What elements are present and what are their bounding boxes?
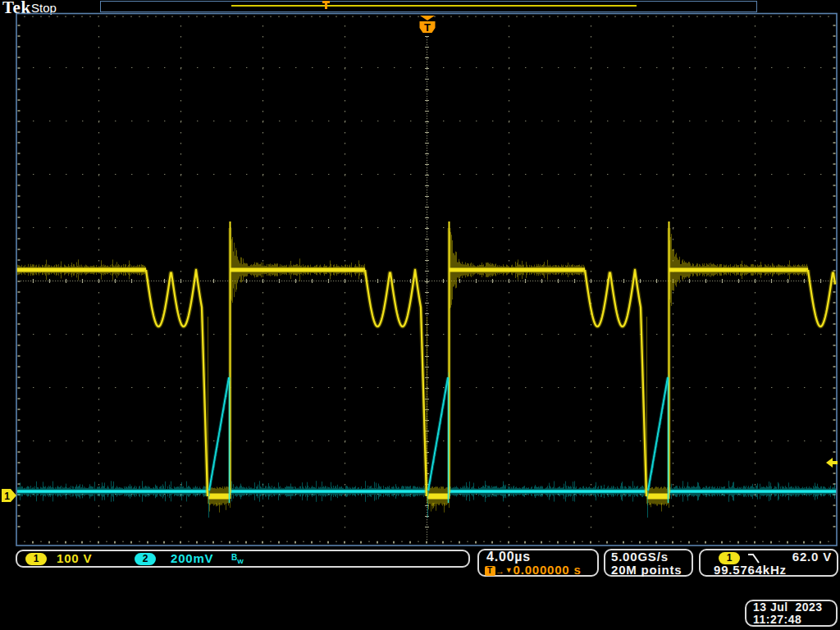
ch1-burst [146,270,208,496]
ch1-burst [365,270,427,496]
oscilloscope-screen: Tek Stop 1T 1 100 V 2 200mV BW 4.00µs T→… [0,0,840,630]
datetime-box: 13 Jul 2023 11:27:48 [745,600,838,627]
ch1-baseline [18,268,808,500]
trigger-frequency: 99.5764kHz [714,563,787,577]
timebase-readout-box: 4.00µs T→▼0.000000 s [477,549,599,577]
trigger-t-icon: T [485,566,495,576]
trigger-readout-box: 1 62.0 V 99.5764kHz [699,549,838,577]
date-readout: 13 Jul 2023 [753,600,823,614]
acquisition-readout-box: 5.00GS/s 20M points [604,549,693,577]
ch1-burst [585,270,646,496]
time-readout: 11:27:48 [753,613,801,626]
trigger-position-arrow [420,16,435,21]
channel-readout-box: 1 100 V 2 200mV BW [16,550,470,568]
ch1-flyback-spikes [231,221,669,499]
sample-rate: 5.00GS/s [611,550,669,564]
channel1-badge: 1 [25,553,47,565]
record-length: 20M points [611,563,682,577]
trigger-position-readout: T→▼0.000000 s [485,563,582,577]
channel2-badge: 2 [135,553,156,565]
ch1-burst [808,270,835,326]
channel2-scale: 200mV [171,551,213,565]
trigger-level: 62.0 V [792,550,832,564]
trigger-level-arrow [826,458,838,468]
ch1-ground-marker-label: 1 [4,491,10,502]
channel1-scale: 100 V [57,551,92,565]
bandwidth-limit-icon: BW [231,552,244,567]
graticule-and-waveforms: 1T [0,0,840,630]
trigger-position-label: T [424,21,431,34]
